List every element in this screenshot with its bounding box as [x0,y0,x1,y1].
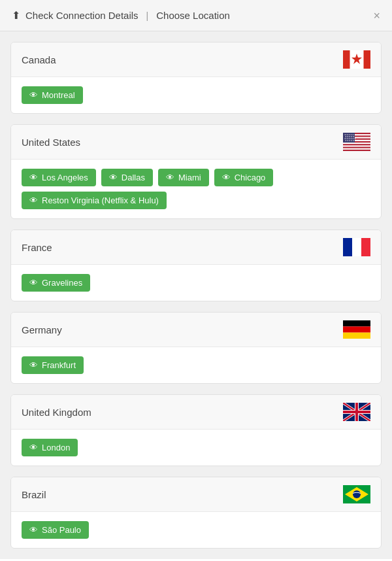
svg-rect-7 [343,143,370,144]
flag-germany [343,320,370,339]
svg-rect-20 [343,333,370,339]
header-separator: | [144,10,152,21]
header-check-label: Check Connection Details [25,10,139,21]
country-header-us: United States ★★★★★★ ★★★★★ ★★★★★★ ★★★★★ [11,125,381,160]
eye-icon-dallas: 👁 [109,173,118,182]
header-choose-label: Choose Location [156,10,230,21]
country-name-france: France [22,242,52,253]
country-header-uk: United Kingdom [11,395,381,430]
location-btn-sao-paulo[interactable]: 👁 São Paulo [22,521,89,539]
country-header-germany: Germany [11,313,381,347]
svg-rect-16 [352,238,361,256]
country-card-germany: Germany 👁 Frankfurt [10,312,382,384]
location-list: Canada 👁 Montreal United States [0,31,392,559]
svg-rect-17 [361,238,370,256]
flag-uk [343,403,370,421]
country-name-canada: Canada [22,54,56,65]
country-card-brazil: Brazil 👁 São Paulo [10,477,382,549]
eye-icon-frankfurt: 👁 [29,360,38,370]
header-title: ⬆ Check Connection Details | Choose Loca… [12,9,230,22]
eye-icon-gravelines: 👁 [29,278,38,288]
location-btn-reston[interactable]: 👁 Reston Virginia (Netflix & Hulu) [22,192,167,209]
dialog-header: ⬆ Check Connection Details | Choose Loca… [0,0,392,31]
country-name-uk: United Kingdom [22,407,91,418]
svg-text:★★★★★: ★★★★★ [345,139,355,142]
eye-icon-sao-paulo: 👁 [29,525,38,535]
country-card-canada: Canada 👁 Montreal [10,42,382,114]
location-btn-miami[interactable]: 👁 Miami [158,169,209,186]
country-locations-canada: 👁 Montreal [11,77,381,113]
location-btn-frankfurt[interactable]: 👁 Frankfurt [22,356,84,374]
eye-icon-reston: 👁 [29,196,38,205]
country-header-brazil: Brazil [11,477,381,512]
svg-rect-8 [343,145,370,146]
flag-brazil [343,485,370,503]
country-card-us: United States ★★★★★★ ★★★★★ ★★★★★★ ★★★★★ [10,124,382,219]
eye-icon-la: 👁 [29,173,38,182]
svg-rect-15 [343,238,352,256]
country-name-us: United States [22,137,80,148]
close-button[interactable]: × [373,10,380,22]
svg-point-32 [353,490,361,498]
svg-rect-9 [343,148,370,150]
country-locations-germany: 👁 Frankfurt [11,347,381,383]
country-name-brazil: Brazil [22,489,46,500]
svg-rect-19 [343,326,370,332]
country-card-france: France 👁 Gravelines [10,230,382,301]
flag-canada [343,50,370,69]
flag-us: ★★★★★★ ★★★★★ ★★★★★★ ★★★★★ [343,133,370,151]
country-locations-uk: 👁 London [11,430,381,466]
country-locations-france: 👁 Gravelines [11,265,381,301]
country-locations-brazil: 👁 São Paulo [11,512,381,548]
country-header-canada: Canada [11,42,381,77]
connection-icon: ⬆ [12,9,20,22]
location-btn-chicago[interactable]: 👁 Chicago [214,169,274,186]
svg-rect-18 [343,320,370,326]
location-btn-montreal[interactable]: 👁 Montreal [22,86,83,104]
country-header-france: France [11,230,381,265]
country-card-uk: United Kingdom 👁 London [10,394,382,466]
eye-icon-chicago: 👁 [222,173,231,182]
location-btn-london[interactable]: 👁 London [22,439,78,456]
country-locations-us: 👁 Los Angeles 👁 Dallas 👁 Miami 👁 Chicago… [11,160,381,218]
location-btn-los-angeles[interactable]: 👁 Los Angeles [22,169,96,186]
eye-icon-miami: 👁 [166,173,174,182]
country-name-germany: Germany [22,324,62,335]
eye-icon-london: 👁 [29,443,38,452]
location-btn-gravelines[interactable]: 👁 Gravelines [22,274,90,292]
eye-icon-montreal: 👁 [29,90,38,100]
flag-france [343,238,370,256]
location-btn-dallas[interactable]: 👁 Dallas [101,169,153,186]
